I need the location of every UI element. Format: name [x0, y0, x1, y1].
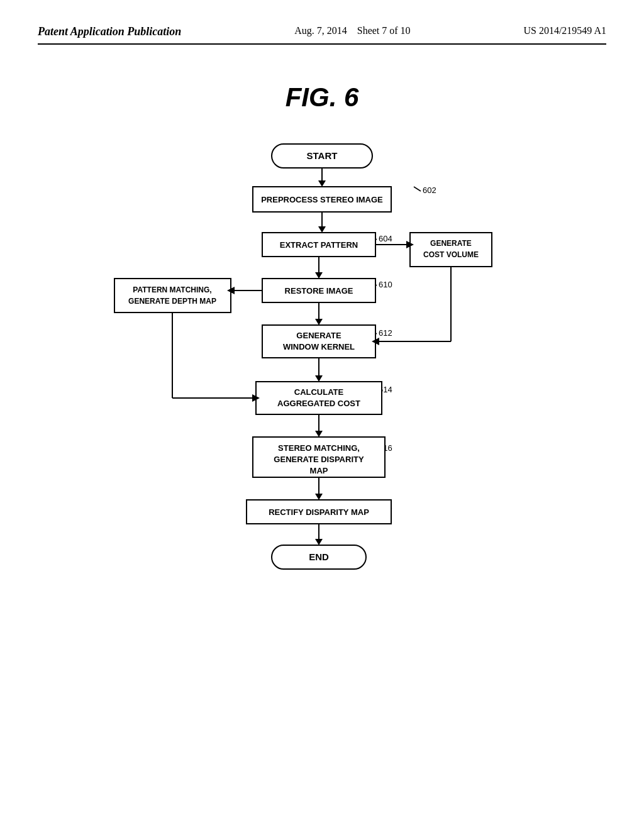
- svg-text:STEREO MATCHING,: STEREO MATCHING,: [278, 443, 360, 453]
- svg-text:COST VOLUME: COST VOLUME: [423, 250, 479, 259]
- header: Patent Application Publication Aug. 7, 2…: [38, 25, 606, 45]
- svg-text:END: END: [309, 551, 329, 562]
- svg-text:PREPROCESS STEREO IMAGE: PREPROCESS STEREO IMAGE: [261, 195, 383, 204]
- flowchart-diagram: START 602 PREPROCESS STEREO IMAGE 604 EX…: [102, 138, 542, 678]
- svg-text:START: START: [307, 150, 338, 161]
- svg-text:RECTIFY DISPARITY MAP: RECTIFY DISPARITY MAP: [269, 507, 369, 517]
- svg-text:EXTRACT PATTERN: EXTRACT PATTERN: [280, 240, 358, 250]
- publication-date: Aug. 7, 2014: [294, 25, 347, 36]
- svg-rect-38: [262, 325, 375, 358]
- svg-marker-35: [315, 319, 323, 325]
- svg-marker-3: [318, 180, 326, 187]
- sheet-info: Sheet 7 of 10: [357, 25, 411, 36]
- svg-marker-9: [318, 226, 326, 233]
- svg-text:CALCULATE: CALCULATE: [294, 387, 344, 397]
- svg-marker-22: [315, 272, 323, 279]
- svg-text:604: 604: [379, 234, 392, 243]
- header-right: US 2014/219549 A1: [523, 25, 606, 36]
- svg-marker-55: [315, 431, 323, 437]
- svg-text:GENERATE: GENERATE: [430, 239, 472, 248]
- svg-rect-16: [410, 233, 492, 267]
- svg-text:MAP: MAP: [310, 466, 328, 475]
- header-left: Patent Application Publication: [38, 25, 181, 38]
- svg-marker-63: [315, 494, 323, 500]
- svg-marker-69: [315, 539, 323, 545]
- svg-text:GENERATE: GENERATE: [296, 331, 341, 340]
- svg-text:602: 602: [423, 185, 436, 195]
- svg-text:AGGREGATED COST: AGGREGATED COST: [277, 399, 360, 408]
- svg-marker-45: [315, 375, 323, 382]
- patent-number: US 2014/219549 A1: [523, 25, 606, 36]
- svg-text:WINDOW KERNEL: WINDOW KERNEL: [283, 342, 355, 351]
- svg-line-5: [414, 187, 421, 191]
- figure-title: FIG. 6: [38, 82, 606, 113]
- svg-text:GENERATE DEPTH MAP: GENERATE DEPTH MAP: [128, 297, 216, 306]
- publication-label: Patent Application Publication: [38, 25, 181, 38]
- header-center: Aug. 7, 2014 Sheet 7 of 10: [294, 25, 410, 36]
- svg-rect-48: [256, 382, 382, 414]
- svg-text:RESTORE IMAGE: RESTORE IMAGE: [285, 286, 353, 296]
- svg-text:PATTERN MATCHING,: PATTERN MATCHING,: [133, 285, 211, 294]
- svg-text:610: 610: [379, 280, 392, 289]
- svg-rect-29: [114, 279, 231, 313]
- page: Patent Application Publication Aug. 7, 2…: [0, 0, 644, 830]
- svg-text:GENERATE DISPARITY: GENERATE DISPARITY: [274, 455, 364, 464]
- svg-text:612: 612: [379, 328, 392, 338]
